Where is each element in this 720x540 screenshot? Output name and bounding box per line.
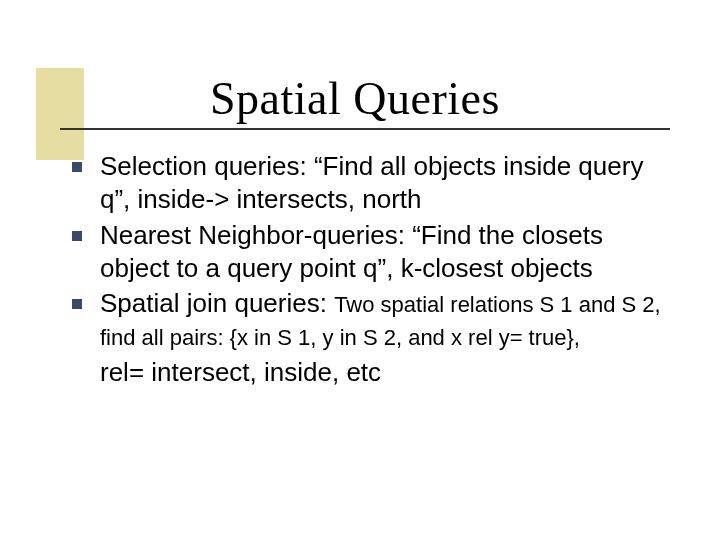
accent-box xyxy=(36,68,84,160)
bullet-list: Selection queries: “Find all objects ins… xyxy=(72,150,672,354)
bullet-text: Nearest Neighbor-queries: “Find the clos… xyxy=(100,220,603,283)
bullet-lead: Spatial join queries: xyxy=(100,288,334,318)
bullet-item: Nearest Neighbor-queries: “Find the clos… xyxy=(72,219,672,286)
bullet-text: Selection queries: “Find all objects ins… xyxy=(100,151,643,214)
bullet-item: Spatial join queries: Two spatial relati… xyxy=(72,287,672,354)
bullet-continuation: rel= intersect, inside, etc xyxy=(72,356,672,389)
bullet-item: Selection queries: “Find all objects ins… xyxy=(72,150,672,217)
slide-title: Spatial Queries xyxy=(210,72,500,125)
slide: Spatial Queries Selection queries: “Find… xyxy=(0,0,720,540)
title-underline xyxy=(60,128,670,130)
slide-content: Selection queries: “Find all objects ins… xyxy=(72,150,672,389)
